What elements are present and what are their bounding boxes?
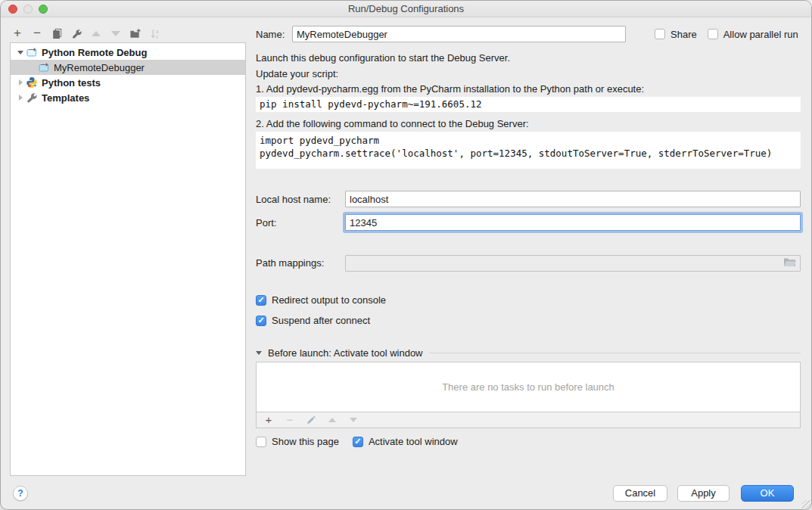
activate-tool-window-checkbox[interactable]: ✓ <box>353 437 363 447</box>
empty-tasks-message: There are no tasks to run before launch <box>442 381 614 393</box>
copy-icon <box>51 28 63 39</box>
tree-item-templates[interactable]: Templates <box>11 90 245 105</box>
cancel-button[interactable]: Cancel <box>613 485 667 502</box>
before-launch-toolbar: + − <box>256 412 801 428</box>
plus-icon: + <box>266 414 272 426</box>
chevron-expanded-icon[interactable] <box>17 51 23 54</box>
allow-parallel-run-checkbox-row: Allow parallel run <box>708 29 798 40</box>
create-new-folder-button[interactable] <box>129 27 142 39</box>
run-debug-configurations-dialog: Run/Debug Configurations + − <box>0 0 812 510</box>
chevron-collapsed-icon[interactable] <box>19 95 23 101</box>
section-divider <box>429 353 801 353</box>
move-task-up-button[interactable] <box>326 414 338 426</box>
add-configuration-button[interactable]: + <box>11 27 23 39</box>
show-this-page-checkbox[interactable] <box>256 437 266 447</box>
configurations-toolbar: + − a z <box>11 24 161 42</box>
description-step-2: 2. Add the following command to connect … <box>256 118 801 130</box>
arrow-up-icon <box>92 31 101 36</box>
edit-task-button[interactable] <box>305 414 317 426</box>
ok-button[interactable]: OK <box>741 485 794 502</box>
browse-folder-icon[interactable] <box>783 257 797 268</box>
suspend-after-connect-row: ✓ Suspend after connect <box>256 315 801 326</box>
description-line-2: Update your script: <box>256 68 801 80</box>
share-checkbox-row: Share <box>655 29 697 40</box>
pip-install-code: pip install pydevd-pycharm~=191.6605.12 <box>256 97 801 112</box>
minimize-window-button <box>23 5 33 14</box>
configurations-tree: Python Remote Debug MyRemoteDebugger Pyt… <box>10 42 246 476</box>
redirect-output-label: Redirect output to console <box>272 294 386 306</box>
move-up-button[interactable] <box>90 27 102 39</box>
help-button[interactable]: ? <box>13 486 28 501</box>
arrow-up-icon <box>328 418 336 422</box>
name-label: Name: <box>256 29 292 40</box>
move-task-down-button[interactable] <box>347 414 359 426</box>
plus-icon: + <box>14 27 21 39</box>
tree-item-label: Python tests <box>42 77 101 89</box>
tree-item-label: Python Remote Debug <box>42 47 147 58</box>
code-line: import pydevd_pycharm <box>260 134 797 147</box>
run-config-icon <box>38 61 50 73</box>
sort-configurations-button[interactable]: a z <box>149 27 161 39</box>
tree-item-label: MyRemoteDebugger <box>54 62 145 73</box>
tree-item-myremotedebugger[interactable]: MyRemoteDebugger <box>11 60 245 75</box>
allow-parallel-run-label: Allow parallel run <box>723 29 798 40</box>
local-host-name-label: Local host name: <box>256 194 345 205</box>
before-launch-section-header[interactable]: Before launch: Activate tool window <box>256 347 801 359</box>
name-input[interactable] <box>292 26 626 42</box>
question-mark-icon: ? <box>17 488 23 499</box>
svg-text:a: a <box>155 29 158 34</box>
svg-text:z: z <box>155 34 157 39</box>
suspend-after-connect-checkbox[interactable]: ✓ <box>256 316 266 326</box>
code-line: pydevd_pycharm.settrace('localhost', por… <box>260 147 797 160</box>
chevron-collapsed-icon[interactable] <box>19 79 23 86</box>
path-mappings-input[interactable] <box>345 255 801 272</box>
copy-configuration-button[interactable] <box>51 27 63 39</box>
before-launch-title: Before launch: Activate tool window <box>268 347 423 359</box>
configuration-editor: Name: Share Allow parallel run Launch th… <box>256 23 801 509</box>
tree-item-python-remote-debug[interactable]: Python Remote Debug <box>11 45 245 60</box>
before-launch-task-list[interactable]: There are no tasks to run before launch <box>256 362 801 412</box>
collapse-section-icon[interactable] <box>256 351 262 355</box>
local-host-name-input[interactable] <box>345 191 801 207</box>
wrench-icon <box>71 28 82 39</box>
window-title: Run/Debug Configurations <box>348 3 464 14</box>
check-icon: ✓ <box>257 316 264 325</box>
titlebar[interactable]: Run/Debug Configurations <box>1 1 811 17</box>
port-input[interactable] <box>345 214 801 231</box>
sort-az-icon: a z <box>150 28 161 39</box>
remove-task-button[interactable]: − <box>284 414 296 426</box>
settrace-code-block: import pydevd_pycharm pydevd_pycharm.set… <box>256 132 801 169</box>
arrow-down-icon <box>111 31 120 36</box>
redirect-output-row: ✓ Redirect output to console <box>256 294 801 306</box>
remove-configuration-button[interactable]: − <box>31 27 43 39</box>
tree-item-python-tests[interactable]: Python tests <box>11 75 245 90</box>
close-window-button[interactable] <box>8 5 17 14</box>
page-options-row: Show this page ✓ Activate tool window <box>256 436 801 447</box>
share-checkbox[interactable] <box>655 29 665 39</box>
suspend-after-connect-label: Suspend after connect <box>272 315 370 326</box>
new-folder-icon <box>129 28 142 39</box>
apply-button[interactable]: Apply <box>677 485 730 502</box>
python-tests-icon <box>26 76 38 89</box>
window-controls <box>8 5 48 14</box>
move-down-button[interactable] <box>110 27 122 39</box>
path-mappings-field <box>345 255 801 272</box>
check-icon: ✓ <box>257 296 264 304</box>
redirect-output-checkbox[interactable]: ✓ <box>256 295 266 306</box>
zoom-window-button[interactable] <box>39 5 48 14</box>
share-label: Share <box>670 29 697 40</box>
show-this-page-label: Show this page <box>272 436 339 447</box>
port-label: Port: <box>256 217 345 229</box>
resize-grip[interactable] <box>802 500 810 508</box>
path-mappings-label: Path mappings: <box>256 257 345 269</box>
minus-icon: − <box>33 27 41 39</box>
pencil-icon <box>306 415 316 425</box>
edit-templates-button[interactable] <box>70 27 82 39</box>
add-task-button[interactable]: + <box>263 414 275 426</box>
wrench-icon <box>26 92 38 104</box>
minus-icon: − <box>287 414 294 426</box>
arrow-down-icon <box>350 418 357 422</box>
description-step-1: 1. Add pydevd-pycharm.egg from the PyCha… <box>256 83 801 95</box>
activate-tool-window-label: Activate tool window <box>369 436 458 447</box>
allow-parallel-run-checkbox[interactable] <box>708 29 718 39</box>
